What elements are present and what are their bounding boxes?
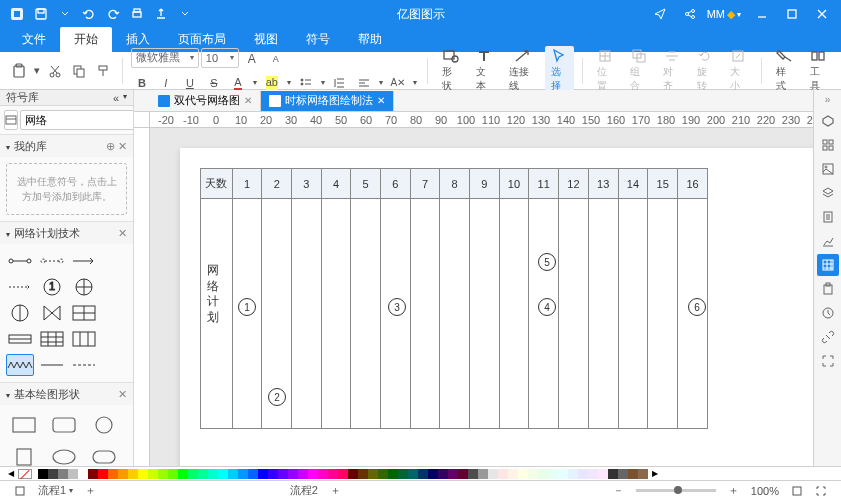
section-network-header[interactable]: ▾网络计划技术✕	[0, 222, 133, 244]
color-swatch[interactable]	[68, 469, 78, 479]
color-swatch[interactable]	[408, 469, 418, 479]
zoom-slider[interactable]	[636, 489, 716, 492]
shape-node-cross[interactable]	[70, 276, 98, 298]
color-swatch[interactable]	[228, 469, 238, 479]
color-swatch[interactable]	[368, 469, 378, 479]
page-tab-left[interactable]: 流程1▾	[32, 483, 79, 499]
color-swatch[interactable]	[138, 469, 148, 479]
shape-dash-arrow[interactable]	[6, 276, 34, 298]
network-node[interactable]: 1	[238, 298, 256, 316]
color-swatch[interactable]	[348, 469, 358, 479]
rail-props-icon[interactable]	[817, 134, 839, 156]
color-swatch[interactable]	[198, 469, 208, 479]
share-icon[interactable]	[677, 3, 703, 25]
color-swatch[interactable]	[248, 469, 258, 479]
color-swatch[interactable]	[158, 469, 168, 479]
rail-image-icon[interactable]	[817, 158, 839, 180]
select-tool-button[interactable]: 选择	[545, 46, 574, 95]
panel-collapse-icon[interactable]: «	[113, 92, 119, 104]
page-menu-icon[interactable]	[8, 483, 32, 499]
close-icon[interactable]: ✕	[244, 95, 252, 106]
window-minimize-icon[interactable]	[749, 3, 775, 25]
color-swatch[interactable]	[118, 469, 128, 479]
save-icon[interactable]	[30, 3, 52, 25]
shape-circle-line[interactable]	[6, 250, 34, 272]
zoom-out-button[interactable]: －	[607, 483, 630, 499]
shape-tool-button[interactable]: 形状	[436, 46, 466, 95]
color-swatch[interactable]	[328, 469, 338, 479]
tab-home[interactable]: 开始	[60, 27, 112, 52]
font-size-select[interactable]: 10▾	[201, 48, 239, 68]
page[interactable]: 天数12345678910111213141516 网络计划 123546	[180, 148, 813, 480]
rail-chart-icon[interactable]	[817, 230, 839, 252]
window-close-icon[interactable]	[809, 3, 835, 25]
color-swatch[interactable]	[508, 469, 518, 479]
color-swatch[interactable]	[338, 469, 348, 479]
bshape-roundrect[interactable]	[46, 411, 82, 439]
color-swatch[interactable]	[88, 469, 98, 479]
color-swatch[interactable]	[98, 469, 108, 479]
color-swatch[interactable]	[558, 469, 568, 479]
horizontal-ruler[interactable]: -20-100102030405060708090100110120130140…	[150, 112, 813, 128]
text-tool-button[interactable]: 文本	[470, 46, 499, 95]
color-swatch[interactable]	[498, 469, 508, 479]
canvas-viewport[interactable]: 天数12345678910111213141516 网络计划 123546	[150, 128, 813, 480]
section-mylib-header[interactable]: ▾我的库⊕ ✕	[0, 135, 133, 157]
color-swatch[interactable]	[318, 469, 328, 479]
color-swatch[interactable]	[258, 469, 268, 479]
color-swatch[interactable]	[418, 469, 428, 479]
paste-icon[interactable]	[8, 60, 30, 82]
shape-lattice[interactable]	[38, 302, 66, 324]
rail-layers-icon[interactable]	[817, 182, 839, 204]
color-swatch[interactable]	[308, 469, 318, 479]
qat-more-icon[interactable]	[174, 3, 196, 25]
color-swatch[interactable]	[578, 469, 588, 479]
qat-dropdown-icon[interactable]	[54, 3, 76, 25]
shape-arrow[interactable]	[70, 250, 98, 272]
zoom-in-button[interactable]: ＋	[722, 483, 745, 499]
shape-dash-line[interactable]	[38, 250, 66, 272]
color-swatch[interactable]	[448, 469, 458, 479]
font-shrink-icon[interactable]: A	[265, 48, 287, 70]
network-node[interactable]: 3	[388, 298, 406, 316]
color-swatch[interactable]	[378, 469, 388, 479]
color-swatch[interactable]	[458, 469, 468, 479]
rail-clipboard-icon[interactable]	[817, 278, 839, 300]
color-swatch[interactable]	[78, 469, 88, 479]
shape-line[interactable]	[38, 354, 66, 376]
rail-fullscreen-icon[interactable]	[817, 350, 839, 372]
color-swatch[interactable]	[188, 469, 198, 479]
color-swatch[interactable]	[358, 469, 368, 479]
color-swatch[interactable]	[108, 469, 118, 479]
rail-theme-icon[interactable]	[817, 110, 839, 132]
color-swatch[interactable]	[238, 469, 248, 479]
redo-icon[interactable]	[102, 3, 124, 25]
user-label[interactable]: MM◆▾	[707, 8, 741, 21]
palette-prev-icon[interactable]: ◀	[8, 469, 14, 478]
shape-table[interactable]	[38, 328, 66, 350]
color-swatch[interactable]	[428, 469, 438, 479]
color-swatch[interactable]	[388, 469, 398, 479]
shape-node1[interactable]: 1	[38, 276, 66, 298]
doc-tab-0[interactable]: 双代号网络图✕	[150, 91, 261, 111]
color-swatch[interactable]	[438, 469, 448, 479]
color-swatch[interactable]	[398, 469, 408, 479]
color-swatch[interactable]	[518, 469, 528, 479]
shape-box2[interactable]	[6, 328, 34, 350]
network-node[interactable]: 6	[688, 298, 706, 316]
color-swatch[interactable]	[288, 469, 298, 479]
color-swatch[interactable]	[638, 469, 648, 479]
color-swatch[interactable]	[608, 469, 618, 479]
no-color-swatch[interactable]	[18, 469, 32, 479]
shape-dashline2[interactable]	[70, 354, 98, 376]
add-page-button[interactable]: ＋	[79, 483, 102, 499]
vertical-ruler[interactable]	[134, 128, 150, 480]
undo-icon[interactable]	[78, 3, 100, 25]
color-swatch[interactable]	[538, 469, 548, 479]
network-node[interactable]: 4	[538, 298, 556, 316]
bshape-rect[interactable]	[6, 411, 42, 439]
format-painter-icon[interactable]	[92, 60, 114, 82]
qat-export-icon[interactable]	[150, 3, 172, 25]
network-node[interactable]: 2	[268, 388, 286, 406]
color-swatch[interactable]	[618, 469, 628, 479]
